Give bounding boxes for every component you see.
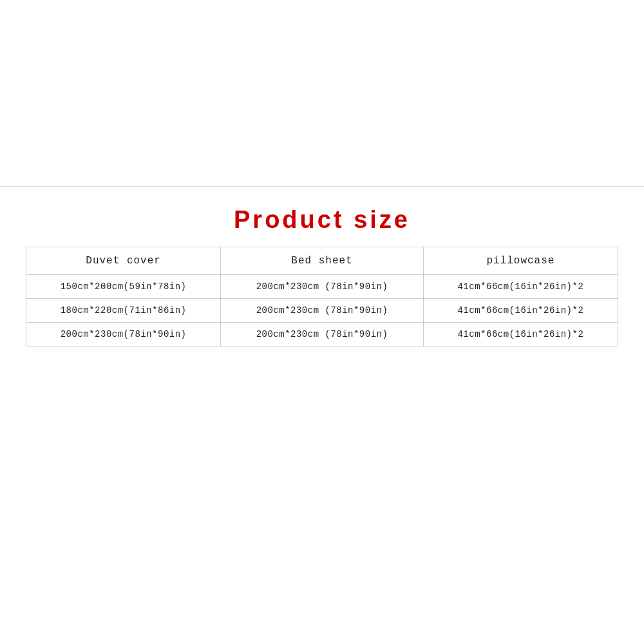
row3-bedsheet: 200cm*230cm (78in*90in) — [221, 323, 424, 346]
row2-duvet: 180cm*220cm(71in*86in) — [26, 299, 221, 323]
product-table-section: Product size Duvet cover Bed sheet pillo… — [0, 187, 644, 346]
row2-pillowcase: 41cm*66cm(16in*26in)*2 — [423, 299, 618, 323]
table-row: 150cm*200cm(59in*78in) 200cm*230cm (78in… — [26, 275, 618, 299]
table-header-row: Duvet cover Bed sheet pillowcase — [26, 247, 618, 275]
table-row: 180cm*220cm(71in*86in) 200cm*230cm (78in… — [26, 299, 618, 323]
row3-duvet: 200cm*230cm(78in*90in) — [26, 323, 221, 346]
row1-pillowcase: 41cm*66cm(16in*26in)*2 — [423, 275, 618, 299]
product-size-title: Product size — [26, 187, 618, 247]
col-header-pillowcase: pillowcase — [423, 247, 618, 275]
size-table: Duvet cover Bed sheet pillowcase 150cm*2… — [26, 247, 618, 346]
row1-duvet: 150cm*200cm(59in*78in) — [26, 275, 221, 299]
page-container: Product size Duvet cover Bed sheet pillo… — [0, 0, 644, 644]
col-header-duvet: Duvet cover — [26, 247, 221, 275]
row3-pillowcase: 41cm*66cm(16in*26in)*2 — [423, 323, 618, 346]
table-row: 200cm*230cm(78in*90in) 200cm*230cm (78in… — [26, 323, 618, 346]
row2-bedsheet: 200cm*230cm (78in*90in) — [221, 299, 424, 323]
top-spacer — [0, 0, 644, 187]
col-header-bedsheet: Bed sheet — [221, 247, 424, 275]
row1-bedsheet: 200cm*230cm (78in*90in) — [221, 275, 424, 299]
